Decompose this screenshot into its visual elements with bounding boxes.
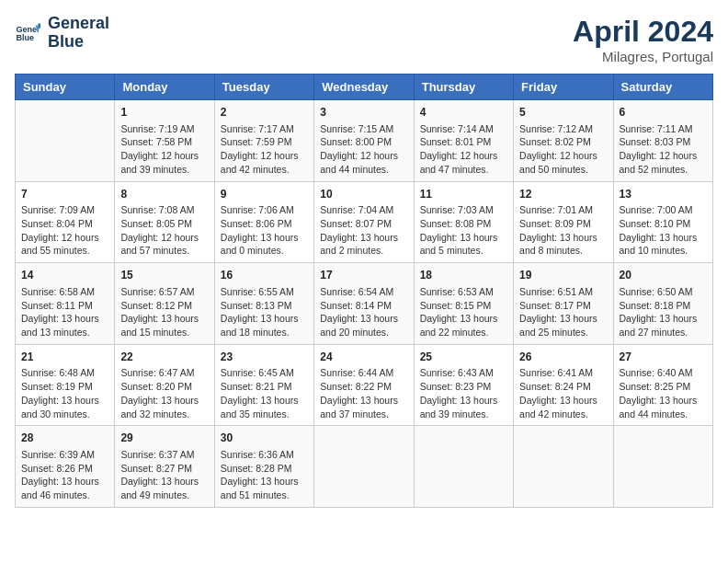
calendar-cell xyxy=(16,100,115,182)
calendar-cell: 6Sunrise: 7:11 AMSunset: 8:03 PMDaylight… xyxy=(613,100,712,182)
day-number: 1 xyxy=(120,105,208,121)
day-number: 14 xyxy=(21,268,108,283)
calendar-cell: 15Sunrise: 6:57 AMSunset: 8:12 PMDayligh… xyxy=(115,263,214,345)
day-number: 12 xyxy=(519,187,607,202)
day-number: 28 xyxy=(21,431,108,446)
day-number: 13 xyxy=(620,187,707,202)
calendar-cell: 30Sunrise: 6:36 AMSunset: 8:28 PMDayligh… xyxy=(214,426,313,508)
calendar-week-1: 1Sunrise: 7:19 AMSunset: 7:58 PMDaylight… xyxy=(16,100,713,182)
day-info: Sunrise: 7:14 AMSunset: 8:01 PMDaylight:… xyxy=(420,122,507,177)
day-number: 9 xyxy=(221,187,308,202)
day-number: 18 xyxy=(420,268,507,283)
day-info: Sunrise: 7:15 AMSunset: 8:00 PMDaylight:… xyxy=(320,122,407,177)
calendar-table: SundayMondayTuesdayWednesdayThursdayFrid… xyxy=(15,74,713,508)
logo-text-line1: General xyxy=(48,15,109,33)
day-info: Sunrise: 7:11 AMSunset: 8:03 PMDaylight:… xyxy=(620,122,707,177)
svg-text:Blue: Blue xyxy=(16,33,34,42)
calendar-cell: 1Sunrise: 7:19 AMSunset: 7:58 PMDaylight… xyxy=(115,100,214,182)
day-number: 24 xyxy=(320,350,407,365)
day-info: Sunrise: 7:08 AMSunset: 8:05 PMDaylight:… xyxy=(120,203,208,258)
header-tuesday: Tuesday xyxy=(214,75,313,100)
day-number: 29 xyxy=(120,431,208,446)
day-number: 16 xyxy=(221,268,308,283)
calendar-cell: 22Sunrise: 6:47 AMSunset: 8:20 PMDayligh… xyxy=(115,344,214,426)
day-number: 5 xyxy=(519,105,607,121)
calendar-cell xyxy=(314,426,414,508)
day-number: 2 xyxy=(221,105,308,121)
day-info: Sunrise: 6:36 AMSunset: 8:28 PMDaylight:… xyxy=(221,448,308,502)
day-info: Sunrise: 6:51 AMSunset: 8:17 PMDaylight:… xyxy=(519,285,607,339)
day-number: 26 xyxy=(519,350,607,365)
calendar-week-5: 28Sunrise: 6:39 AMSunset: 8:26 PMDayligh… xyxy=(16,426,713,508)
day-number: 17 xyxy=(320,268,407,283)
day-info: Sunrise: 7:17 AMSunset: 7:59 PMDaylight:… xyxy=(221,122,308,177)
day-info: Sunrise: 7:00 AMSunset: 8:10 PMDaylight:… xyxy=(620,203,707,258)
day-info: Sunrise: 7:04 AMSunset: 8:07 PMDaylight:… xyxy=(320,203,407,258)
day-number: 27 xyxy=(620,350,707,365)
day-number: 30 xyxy=(221,431,308,446)
header-thursday: Thursday xyxy=(414,75,513,100)
calendar-cell: 4Sunrise: 7:14 AMSunset: 8:01 PMDaylight… xyxy=(414,100,513,182)
calendar-cell: 16Sunrise: 6:55 AMSunset: 8:13 PMDayligh… xyxy=(214,263,313,345)
calendar-cell: 11Sunrise: 7:03 AMSunset: 8:08 PMDayligh… xyxy=(414,181,513,263)
day-info: Sunrise: 7:12 AMSunset: 8:02 PMDaylight:… xyxy=(519,122,607,177)
logo-icon: General Blue xyxy=(15,20,40,46)
day-number: 7 xyxy=(21,187,108,202)
day-info: Sunrise: 7:03 AMSunset: 8:08 PMDaylight:… xyxy=(420,203,507,258)
header-saturday: Saturday xyxy=(613,75,712,100)
day-number: 20 xyxy=(620,268,707,283)
day-info: Sunrise: 6:53 AMSunset: 8:15 PMDaylight:… xyxy=(420,285,507,339)
day-info: Sunrise: 6:44 AMSunset: 8:22 PMDaylight:… xyxy=(320,366,407,420)
calendar-header-row: SundayMondayTuesdayWednesdayThursdayFrid… xyxy=(16,75,713,100)
subtitle: Milagres, Portugal xyxy=(573,49,713,64)
calendar-week-4: 21Sunrise: 6:48 AMSunset: 8:19 PMDayligh… xyxy=(16,344,713,426)
day-info: Sunrise: 6:48 AMSunset: 8:19 PMDaylight:… xyxy=(21,366,108,420)
header-monday: Monday xyxy=(115,75,214,100)
calendar-cell: 3Sunrise: 7:15 AMSunset: 8:00 PMDaylight… xyxy=(314,100,414,182)
calendar-cell: 18Sunrise: 6:53 AMSunset: 8:15 PMDayligh… xyxy=(414,263,513,345)
calendar-week-2: 7Sunrise: 7:09 AMSunset: 8:04 PMDaylight… xyxy=(16,181,713,263)
header-sunday: Sunday xyxy=(16,75,115,100)
day-info: Sunrise: 6:57 AMSunset: 8:12 PMDaylight:… xyxy=(120,285,208,339)
day-number: 21 xyxy=(21,350,108,365)
logo-text-line2: Blue xyxy=(48,33,109,52)
header-friday: Friday xyxy=(514,75,613,100)
day-info: Sunrise: 6:43 AMSunset: 8:23 PMDaylight:… xyxy=(420,366,507,420)
header-wednesday: Wednesday xyxy=(314,75,414,100)
calendar-body: 1Sunrise: 7:19 AMSunset: 7:58 PMDaylight… xyxy=(16,100,713,508)
day-number: 10 xyxy=(320,187,407,202)
day-info: Sunrise: 7:19 AMSunset: 7:58 PMDaylight:… xyxy=(120,122,208,177)
day-number: 4 xyxy=(420,105,507,121)
title-area: April 2024 Milagres, Portugal xyxy=(573,15,713,64)
day-info: Sunrise: 6:39 AMSunset: 8:26 PMDaylight:… xyxy=(21,448,108,502)
calendar-cell xyxy=(414,426,513,508)
day-number: 23 xyxy=(221,350,308,365)
day-info: Sunrise: 6:54 AMSunset: 8:14 PMDaylight:… xyxy=(320,285,407,339)
calendar-cell: 26Sunrise: 6:41 AMSunset: 8:24 PMDayligh… xyxy=(514,344,613,426)
page-header: General Blue General Blue April 2024 Mil… xyxy=(15,15,713,64)
calendar-cell xyxy=(514,426,613,508)
day-number: 15 xyxy=(120,268,208,283)
day-number: 25 xyxy=(420,350,507,365)
calendar-cell: 21Sunrise: 6:48 AMSunset: 8:19 PMDayligh… xyxy=(16,344,115,426)
day-number: 22 xyxy=(120,350,208,365)
day-number: 3 xyxy=(320,105,407,121)
calendar-cell: 28Sunrise: 6:39 AMSunset: 8:26 PMDayligh… xyxy=(16,426,115,508)
logo: General Blue General Blue xyxy=(15,15,109,52)
day-info: Sunrise: 6:58 AMSunset: 8:11 PMDaylight:… xyxy=(21,285,108,339)
day-info: Sunrise: 6:40 AMSunset: 8:25 PMDaylight:… xyxy=(620,366,707,420)
day-number: 11 xyxy=(420,187,507,202)
calendar-cell: 13Sunrise: 7:00 AMSunset: 8:10 PMDayligh… xyxy=(613,181,712,263)
day-info: Sunrise: 6:37 AMSunset: 8:27 PMDaylight:… xyxy=(120,448,208,502)
calendar-cell: 7Sunrise: 7:09 AMSunset: 8:04 PMDaylight… xyxy=(16,181,115,263)
calendar-cell: 29Sunrise: 6:37 AMSunset: 8:27 PMDayligh… xyxy=(115,426,214,508)
calendar-cell: 27Sunrise: 6:40 AMSunset: 8:25 PMDayligh… xyxy=(613,344,712,426)
calendar-cell: 17Sunrise: 6:54 AMSunset: 8:14 PMDayligh… xyxy=(314,263,414,345)
calendar-cell: 14Sunrise: 6:58 AMSunset: 8:11 PMDayligh… xyxy=(16,263,115,345)
day-info: Sunrise: 6:50 AMSunset: 8:18 PMDaylight:… xyxy=(620,285,707,339)
main-title: April 2024 xyxy=(573,15,713,49)
day-info: Sunrise: 6:47 AMSunset: 8:20 PMDaylight:… xyxy=(120,366,208,420)
calendar-cell: 8Sunrise: 7:08 AMSunset: 8:05 PMDaylight… xyxy=(115,181,214,263)
day-info: Sunrise: 7:01 AMSunset: 8:09 PMDaylight:… xyxy=(519,203,607,258)
day-info: Sunrise: 7:09 AMSunset: 8:04 PMDaylight:… xyxy=(21,203,108,258)
